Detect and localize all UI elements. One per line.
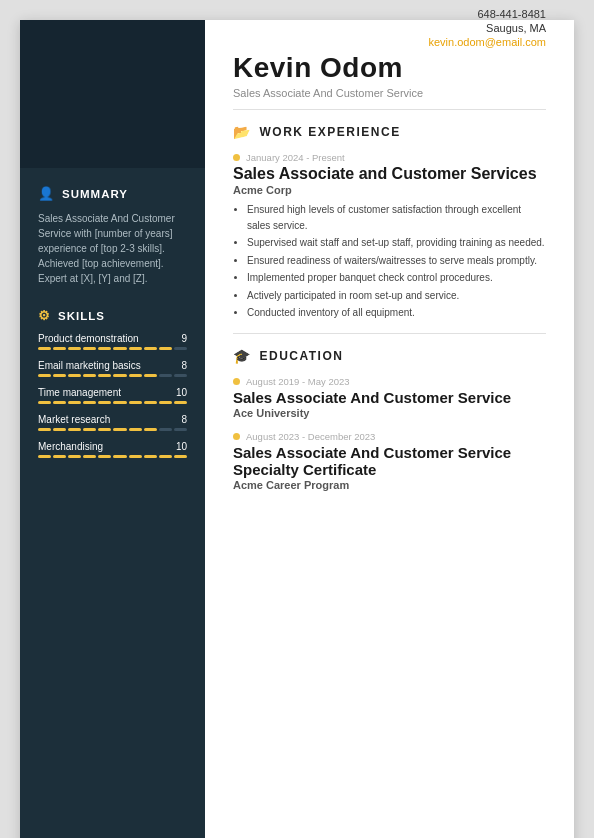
skill-item: Market research8 [38,414,187,431]
skill-bar-segment [144,428,157,431]
resume-container: 👤 SUMMARY Sales Associate And Customer S… [20,20,574,838]
edu-degree: Sales Associate And Customer Service [233,389,546,406]
skill-name: Market research [38,414,110,425]
skill-bar-segment [68,347,81,350]
skill-bar-segment [144,455,157,458]
bullet-item: Supervised wait staff and set-up staff, … [247,235,546,251]
work-experience-title: 📂 WORK EXPERIENCE [233,124,546,140]
location: Saugus, MA [428,22,546,34]
bullet-item: Implemented proper banquet check control… [247,270,546,286]
skill-bar-segment [174,428,187,431]
education-title: 🎓 EDUCATION [233,348,546,364]
job-date: January 2024 - Present [233,152,546,163]
education-entry: August 2023 - December 2023Sales Associa… [233,431,546,491]
summary-title: 👤 SUMMARY [38,186,187,201]
edu-institution: Acme Career Program [233,479,546,491]
skill-bar-segment [83,401,96,404]
skill-bar-segment [129,401,142,404]
skill-score: 10 [176,441,187,452]
skill-bar-segment [68,455,81,458]
skill-bar-segment [68,374,81,377]
skill-bar-segment [159,401,172,404]
sidebar: 👤 SUMMARY Sales Associate And Customer S… [20,20,205,838]
skill-name: Time management [38,387,121,398]
skill-bar-segment [83,347,96,350]
skill-bar-segment [38,347,51,350]
skill-name: Merchandising [38,441,103,452]
skill-item: Email marketing basics8 [38,360,187,377]
skill-bar-segment [98,428,111,431]
summary-text: Sales Associate And Customer Service wit… [38,211,187,286]
education-entry: August 2019 - May 2023Sales Associate An… [233,376,546,419]
skill-bar-segment [129,428,142,431]
skill-bar-segment [113,347,126,350]
skill-bar-segment [98,347,111,350]
skill-item: Merchandising10 [38,441,187,458]
company-name: Acme Corp [233,184,546,196]
skill-bar-segment [174,374,187,377]
resume-header: 648-441-8481 Saugus, MA kevin.odom@email… [205,20,574,109]
summary-icon: 👤 [38,186,55,201]
summary-section: 👤 SUMMARY Sales Associate And Customer S… [20,168,205,294]
skill-bar-segment [38,401,51,404]
education-list: August 2019 - May 2023Sales Associate An… [233,376,546,491]
skills-icon: ⚙ [38,308,51,323]
skill-bar-segment [174,401,187,404]
skill-bar [38,347,187,350]
skills-title: ⚙ SKILLS [38,308,187,323]
work-icon: 📂 [233,124,252,140]
skill-bar-segment [68,401,81,404]
skill-bar-segment [83,455,96,458]
skill-name: Email marketing basics [38,360,141,371]
main-content: 648-441-8481 Saugus, MA kevin.odom@email… [205,20,574,838]
skill-score: 10 [176,387,187,398]
skill-bar-segment [159,347,172,350]
skill-bar-segment [38,428,51,431]
skill-bar-segment [144,347,157,350]
bullet-item: Ensured readiness of waiters/waitresses … [247,253,546,269]
skills-section: ⚙ SKILLS Product demonstration9Email mar… [20,294,205,476]
skill-score: 8 [181,360,187,371]
sidebar-top-decoration [20,20,205,168]
skill-bar-segment [53,347,66,350]
skill-bar [38,428,187,431]
skill-bar-segment [144,374,157,377]
skill-bar-segment [113,428,126,431]
skill-bar-segment [98,374,111,377]
skill-score: 9 [181,333,187,344]
skill-bar-segment [38,455,51,458]
work-experience-section: 📂 WORK EXPERIENCE January 2024 - Present… [205,110,574,333]
education-icon: 🎓 [233,348,252,364]
phone-number: 648-441-8481 [428,8,546,20]
skill-item: Time management10 [38,387,187,404]
edu-date: August 2019 - May 2023 [233,376,546,387]
skill-bar-segment [83,428,96,431]
skill-bar-segment [113,455,126,458]
skill-bar-segment [174,455,187,458]
email: kevin.odom@email.com [428,36,546,48]
skill-bar-segment [68,428,81,431]
skill-bar-segment [98,401,111,404]
skill-bar [38,455,187,458]
skills-list: Product demonstration9Email marketing ba… [38,333,187,458]
skill-bar [38,401,187,404]
job-bullets: Ensured high levels of customer satisfac… [233,202,546,321]
bullet-item: Ensured high levels of customer satisfac… [247,202,546,233]
skill-bar-segment [53,401,66,404]
skill-bar-segment [83,374,96,377]
bullet-item: Actively participated in room set-up and… [247,288,546,304]
skill-bar-segment [53,428,66,431]
skill-bar-segment [129,374,142,377]
skill-bar-segment [98,455,111,458]
skill-bar-segment [129,455,142,458]
skill-bar-segment [174,347,187,350]
skill-name: Product demonstration [38,333,139,344]
job-entry: January 2024 - PresentSales Associate an… [233,152,546,321]
skill-bar-segment [113,401,126,404]
skill-bar-segment [129,347,142,350]
edu-degree: Sales Associate And Customer Service Spe… [233,444,546,478]
skill-bar-segment [53,374,66,377]
skill-bar-segment [159,455,172,458]
header-job-title: Sales Associate And Customer Service [233,87,546,99]
skill-score: 8 [181,414,187,425]
